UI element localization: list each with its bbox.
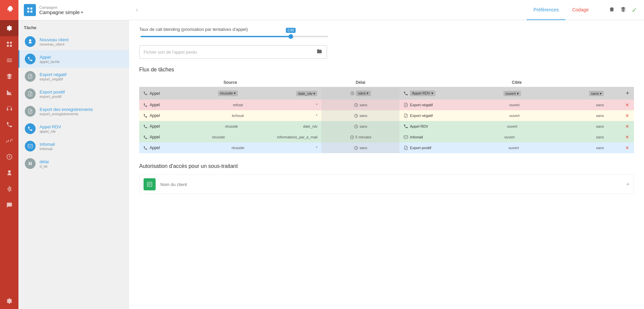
tab-preferences[interactable]: Préférences — [527, 0, 565, 20]
stack-icon[interactable] — [620, 6, 626, 14]
expand-icon[interactable]: › — [136, 6, 138, 13]
nav-user[interactable] — [0, 165, 18, 181]
delai-cell: sans ▾ — [321, 87, 399, 100]
nav-phone[interactable] — [0, 117, 18, 133]
remove-row-icon[interactable]: ✕ — [625, 102, 629, 108]
row-action-cell: ✕ — [608, 132, 634, 142]
row-action-cell: ✕ — [608, 121, 634, 132]
sidebar-item-sub: appel_rdv — [40, 129, 61, 133]
sidebar-item-name: délai — [40, 159, 49, 164]
nav-headphones[interactable] — [0, 101, 18, 117]
nav-chart[interactable] — [0, 84, 18, 101]
nav-gear-bottom[interactable] — [0, 293, 18, 309]
file-input-row: Fichier son de l'appel perdu — [139, 45, 327, 59]
source-cell: Appelréussite* — [139, 142, 321, 153]
sidebar-item-name: Appel — [40, 55, 60, 60]
sidebar-item-export_positif[interactable]: Export positifexport_positif — [18, 85, 129, 103]
delete-icon[interactable] — [609, 6, 615, 14]
autorisation-input[interactable] — [160, 182, 621, 187]
main-header: › Préférences Codage ✓ — [129, 0, 644, 20]
sidebar-item-icon — [25, 71, 36, 82]
sidebar-item-appel_rdv[interactable]: Appel RDVappel_rdv — [18, 120, 129, 137]
nav-clock[interactable] — [0, 149, 18, 165]
cible-cell: Export négatifouvertsans — [399, 100, 608, 110]
remove-row-icon[interactable]: ✕ — [625, 113, 629, 118]
cible-cell: Appel RDV ▾ouvert ▾sans ▾ — [399, 87, 608, 100]
remove-row-icon[interactable]: ✕ — [625, 124, 629, 129]
nav-comment[interactable] — [0, 197, 18, 213]
source-cell: Appelréussiteinformations_par_e_mail — [139, 132, 321, 142]
tab-coding[interactable]: Codage — [566, 0, 595, 20]
autorisation-section: Autorisation d'accès pour un sous-traita… — [139, 163, 634, 194]
nav-layers[interactable] — [0, 68, 18, 84]
sidebar-item-sub: appel_tache — [40, 60, 60, 64]
sidebar-item-sub: Infomail — [40, 147, 55, 151]
campaign-label: Campagne — [39, 5, 83, 9]
svg-rect-1 — [28, 8, 30, 10]
autorisation-row: + — [139, 175, 634, 194]
nav-grid[interactable] — [0, 36, 18, 52]
source-cell: Appelréussitedate_rdv — [139, 121, 321, 132]
col-source: Source — [139, 78, 321, 87]
flux-row: Appelréussite ▾date_rdv ▾sans ▾Appel RDV… — [139, 87, 634, 100]
sidebar-item-sub: export_enregistrements — [40, 112, 93, 116]
slider-track — [141, 36, 328, 37]
nav-dollar[interactable] — [0, 181, 18, 197]
main-panel: › Préférences Codage ✓ Taux de call blen… — [129, 0, 644, 309]
sidebar-item-icon — [25, 106, 36, 117]
header-tabs: Préférences Codage — [527, 0, 595, 20]
check-icon[interactable]: ✓ — [632, 6, 637, 14]
source-cell: Appelréussite ▾date_rdv ▾ — [139, 87, 321, 100]
nav-list[interactable] — [0, 52, 18, 68]
sidebar-item-name: Infomail — [40, 142, 55, 147]
campaign-icon — [24, 4, 36, 16]
remove-row-icon[interactable]: ✕ — [625, 134, 629, 140]
nav-settings[interactable] — [0, 20, 18, 36]
delai-cell: sans — [321, 100, 399, 110]
sidebar-item-name: Nouveau client — [40, 37, 68, 42]
sidebar-item-d_lai[interactable]: délaid_lai — [18, 155, 129, 172]
remove-row-icon[interactable]: ✕ — [625, 145, 629, 150]
svg-rect-4 — [31, 11, 33, 13]
cible-cell: Export positifouvertsans — [399, 142, 608, 153]
sidebar-item-export_negatif[interactable]: Export négatifexport_negatif — [18, 68, 129, 85]
slider-tooltip: 0.80 — [286, 28, 296, 33]
sidebar-items: Nouveau clientnouveau_clientAppelappel_t… — [18, 33, 129, 309]
svg-rect-5 — [28, 144, 32, 148]
app-logo[interactable] — [0, 0, 18, 20]
folder-icon[interactable] — [317, 48, 323, 56]
campaign-title[interactable]: Campagne simple ▾ — [39, 9, 83, 15]
header-actions: ✓ — [609, 6, 637, 14]
sidebar-item-sub: nouveau_client — [40, 42, 68, 46]
col-delai: Délai — [321, 78, 399, 87]
sidebar-item-Infomail[interactable]: InfomailInfomail — [18, 137, 129, 155]
delai-cell: 5 minutes — [321, 132, 399, 142]
svg-rect-7 — [31, 162, 32, 165]
row-action-cell: ✕ — [608, 100, 634, 110]
slider-container: 0.80 — [139, 36, 634, 37]
sidebar-item-name: Export des enregistrements — [40, 107, 93, 112]
svg-rect-6 — [29, 162, 30, 165]
flux-row: Appeléchoué*sansExport négatifouvertsans… — [139, 110, 634, 121]
sidebar-item-icon — [25, 158, 36, 169]
sidebar-item-icon — [25, 141, 36, 151]
autorisation-add-icon[interactable]: + — [626, 181, 630, 188]
sidebar-item-export_enregistrements[interactable]: Export des enregistrementsexport_enregis… — [18, 103, 129, 120]
sidebar-header-info: Campagne Campagne simple ▾ — [39, 5, 83, 15]
nav-transfer[interactable] — [0, 133, 18, 149]
sidebar-item-nouveau_client[interactable]: Nouveau clientnouveau_client — [18, 33, 129, 50]
flux-row: Appelrefusé*sansExport négatifouvertsans… — [139, 100, 634, 110]
sidebar: Campagne Campagne simple ▾ Tâche Nouveau… — [18, 0, 129, 309]
cible-cell: Appel RDVouvertsans — [399, 121, 608, 132]
sidebar-item-sub: d_lai — [40, 164, 49, 168]
slider-thumb[interactable] — [288, 34, 293, 39]
cible-cell: Export négatifouvertsans — [399, 110, 608, 121]
file-input-placeholder: Fichier son de l'appel perdu — [144, 50, 317, 55]
flux-title: Flux de tâches — [139, 67, 634, 73]
sidebar-item-appel_tache[interactable]: Appelappel_tache — [18, 50, 129, 68]
add-row-icon[interactable]: + — [626, 90, 629, 97]
col-cible: Cible — [399, 78, 634, 87]
source-cell: Appelrefusé* — [139, 100, 321, 110]
svg-rect-2 — [31, 8, 33, 10]
sidebar-item-sub: export_positif — [40, 95, 65, 99]
